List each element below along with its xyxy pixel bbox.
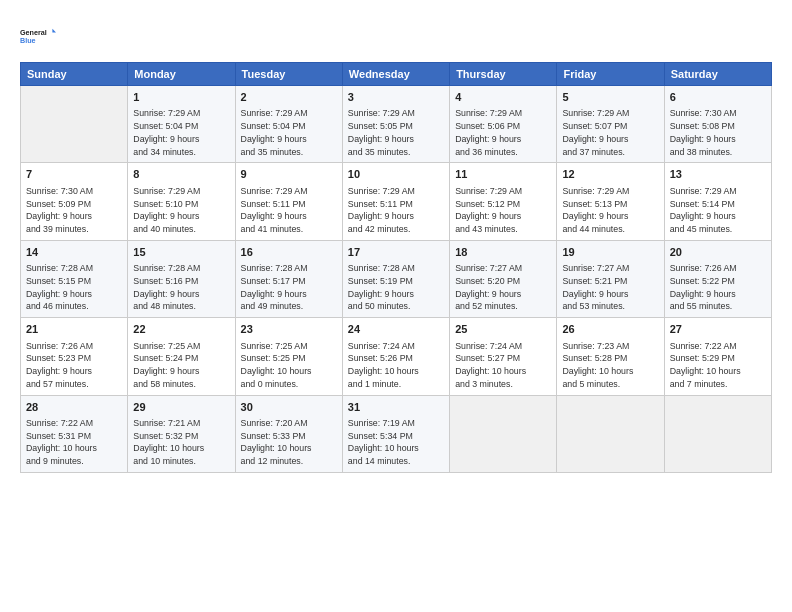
calendar-cell: 2Sunrise: 7:29 AM Sunset: 5:04 PM Daylig… <box>235 86 342 163</box>
day-number: 4 <box>455 90 551 105</box>
header-cell-wednesday: Wednesday <box>342 63 449 86</box>
calendar-table: SundayMondayTuesdayWednesdayThursdayFrid… <box>20 62 772 473</box>
day-info: Sunrise: 7:22 AM Sunset: 5:31 PM Dayligh… <box>26 417 122 468</box>
day-info: Sunrise: 7:28 AM Sunset: 5:16 PM Dayligh… <box>133 262 229 313</box>
day-info: Sunrise: 7:29 AM Sunset: 5:10 PM Dayligh… <box>133 185 229 236</box>
day-number: 20 <box>670 245 766 260</box>
day-number: 24 <box>348 322 444 337</box>
day-number: 7 <box>26 167 122 182</box>
day-info: Sunrise: 7:19 AM Sunset: 5:34 PM Dayligh… <box>348 417 444 468</box>
day-number: 17 <box>348 245 444 260</box>
calendar-cell: 13Sunrise: 7:29 AM Sunset: 5:14 PM Dayli… <box>664 163 771 240</box>
calendar-header: SundayMondayTuesdayWednesdayThursdayFrid… <box>21 63 772 86</box>
calendar-cell: 28Sunrise: 7:22 AM Sunset: 5:31 PM Dayli… <box>21 395 128 472</box>
day-number: 14 <box>26 245 122 260</box>
calendar-cell: 14Sunrise: 7:28 AM Sunset: 5:15 PM Dayli… <box>21 240 128 317</box>
day-info: Sunrise: 7:29 AM Sunset: 5:06 PM Dayligh… <box>455 107 551 158</box>
calendar-cell: 18Sunrise: 7:27 AM Sunset: 5:20 PM Dayli… <box>450 240 557 317</box>
day-info: Sunrise: 7:29 AM Sunset: 5:11 PM Dayligh… <box>241 185 337 236</box>
day-info: Sunrise: 7:29 AM Sunset: 5:12 PM Dayligh… <box>455 185 551 236</box>
calendar-cell: 20Sunrise: 7:26 AM Sunset: 5:22 PM Dayli… <box>664 240 771 317</box>
day-number: 5 <box>562 90 658 105</box>
day-info: Sunrise: 7:30 AM Sunset: 5:09 PM Dayligh… <box>26 185 122 236</box>
header-row: SundayMondayTuesdayWednesdayThursdayFrid… <box>21 63 772 86</box>
calendar-cell: 7Sunrise: 7:30 AM Sunset: 5:09 PM Daylig… <box>21 163 128 240</box>
day-info: Sunrise: 7:30 AM Sunset: 5:08 PM Dayligh… <box>670 107 766 158</box>
calendar-cell: 29Sunrise: 7:21 AM Sunset: 5:32 PM Dayli… <box>128 395 235 472</box>
header-area: General Blue <box>20 18 772 54</box>
day-info: Sunrise: 7:21 AM Sunset: 5:32 PM Dayligh… <box>133 417 229 468</box>
day-number: 19 <box>562 245 658 260</box>
calendar-cell: 5Sunrise: 7:29 AM Sunset: 5:07 PM Daylig… <box>557 86 664 163</box>
svg-text:Blue: Blue <box>20 36 36 45</box>
day-number: 31 <box>348 400 444 415</box>
day-info: Sunrise: 7:29 AM Sunset: 5:04 PM Dayligh… <box>133 107 229 158</box>
header-cell-sunday: Sunday <box>21 63 128 86</box>
day-number: 27 <box>670 322 766 337</box>
calendar-cell <box>21 86 128 163</box>
calendar-cell: 19Sunrise: 7:27 AM Sunset: 5:21 PM Dayli… <box>557 240 664 317</box>
svg-text:General: General <box>20 28 47 37</box>
week-row-1: 1Sunrise: 7:29 AM Sunset: 5:04 PM Daylig… <box>21 86 772 163</box>
day-info: Sunrise: 7:25 AM Sunset: 5:24 PM Dayligh… <box>133 340 229 391</box>
day-info: Sunrise: 7:24 AM Sunset: 5:27 PM Dayligh… <box>455 340 551 391</box>
day-info: Sunrise: 7:22 AM Sunset: 5:29 PM Dayligh… <box>670 340 766 391</box>
day-number: 28 <box>26 400 122 415</box>
calendar-cell: 31Sunrise: 7:19 AM Sunset: 5:34 PM Dayli… <box>342 395 449 472</box>
day-info: Sunrise: 7:26 AM Sunset: 5:22 PM Dayligh… <box>670 262 766 313</box>
day-info: Sunrise: 7:24 AM Sunset: 5:26 PM Dayligh… <box>348 340 444 391</box>
week-row-4: 21Sunrise: 7:26 AM Sunset: 5:23 PM Dayli… <box>21 318 772 395</box>
calendar-cell: 1Sunrise: 7:29 AM Sunset: 5:04 PM Daylig… <box>128 86 235 163</box>
day-number: 25 <box>455 322 551 337</box>
logo-svg: General Blue <box>20 18 56 54</box>
day-number: 12 <box>562 167 658 182</box>
header-cell-tuesday: Tuesday <box>235 63 342 86</box>
svg-marker-2 <box>52 29 56 33</box>
day-info: Sunrise: 7:20 AM Sunset: 5:33 PM Dayligh… <box>241 417 337 468</box>
day-info: Sunrise: 7:27 AM Sunset: 5:20 PM Dayligh… <box>455 262 551 313</box>
day-number: 1 <box>133 90 229 105</box>
day-info: Sunrise: 7:27 AM Sunset: 5:21 PM Dayligh… <box>562 262 658 313</box>
day-info: Sunrise: 7:28 AM Sunset: 5:17 PM Dayligh… <box>241 262 337 313</box>
calendar-cell: 25Sunrise: 7:24 AM Sunset: 5:27 PM Dayli… <box>450 318 557 395</box>
calendar-cell: 24Sunrise: 7:24 AM Sunset: 5:26 PM Dayli… <box>342 318 449 395</box>
day-number: 6 <box>670 90 766 105</box>
day-number: 26 <box>562 322 658 337</box>
day-info: Sunrise: 7:29 AM Sunset: 5:11 PM Dayligh… <box>348 185 444 236</box>
day-number: 2 <box>241 90 337 105</box>
calendar-cell: 30Sunrise: 7:20 AM Sunset: 5:33 PM Dayli… <box>235 395 342 472</box>
week-row-3: 14Sunrise: 7:28 AM Sunset: 5:15 PM Dayli… <box>21 240 772 317</box>
calendar-cell: 9Sunrise: 7:29 AM Sunset: 5:11 PM Daylig… <box>235 163 342 240</box>
day-number: 3 <box>348 90 444 105</box>
logo: General Blue <box>20 18 56 54</box>
day-info: Sunrise: 7:29 AM Sunset: 5:07 PM Dayligh… <box>562 107 658 158</box>
header-cell-monday: Monday <box>128 63 235 86</box>
calendar-cell <box>450 395 557 472</box>
day-number: 13 <box>670 167 766 182</box>
day-info: Sunrise: 7:26 AM Sunset: 5:23 PM Dayligh… <box>26 340 122 391</box>
day-number: 11 <box>455 167 551 182</box>
day-info: Sunrise: 7:29 AM Sunset: 5:05 PM Dayligh… <box>348 107 444 158</box>
day-number: 22 <box>133 322 229 337</box>
calendar-cell: 3Sunrise: 7:29 AM Sunset: 5:05 PM Daylig… <box>342 86 449 163</box>
calendar-cell: 21Sunrise: 7:26 AM Sunset: 5:23 PM Dayli… <box>21 318 128 395</box>
day-number: 9 <box>241 167 337 182</box>
header-cell-friday: Friday <box>557 63 664 86</box>
day-number: 10 <box>348 167 444 182</box>
day-number: 16 <box>241 245 337 260</box>
day-number: 8 <box>133 167 229 182</box>
calendar-cell: 22Sunrise: 7:25 AM Sunset: 5:24 PM Dayli… <box>128 318 235 395</box>
calendar-cell: 4Sunrise: 7:29 AM Sunset: 5:06 PM Daylig… <box>450 86 557 163</box>
calendar-cell <box>664 395 771 472</box>
day-info: Sunrise: 7:29 AM Sunset: 5:04 PM Dayligh… <box>241 107 337 158</box>
header-cell-saturday: Saturday <box>664 63 771 86</box>
header-cell-thursday: Thursday <box>450 63 557 86</box>
day-number: 30 <box>241 400 337 415</box>
calendar-cell: 23Sunrise: 7:25 AM Sunset: 5:25 PM Dayli… <box>235 318 342 395</box>
day-info: Sunrise: 7:29 AM Sunset: 5:14 PM Dayligh… <box>670 185 766 236</box>
page: General Blue SundayMondayTuesdayWednesda… <box>0 0 792 612</box>
day-number: 15 <box>133 245 229 260</box>
calendar-cell: 15Sunrise: 7:28 AM Sunset: 5:16 PM Dayli… <box>128 240 235 317</box>
calendar-cell <box>557 395 664 472</box>
week-row-5: 28Sunrise: 7:22 AM Sunset: 5:31 PM Dayli… <box>21 395 772 472</box>
